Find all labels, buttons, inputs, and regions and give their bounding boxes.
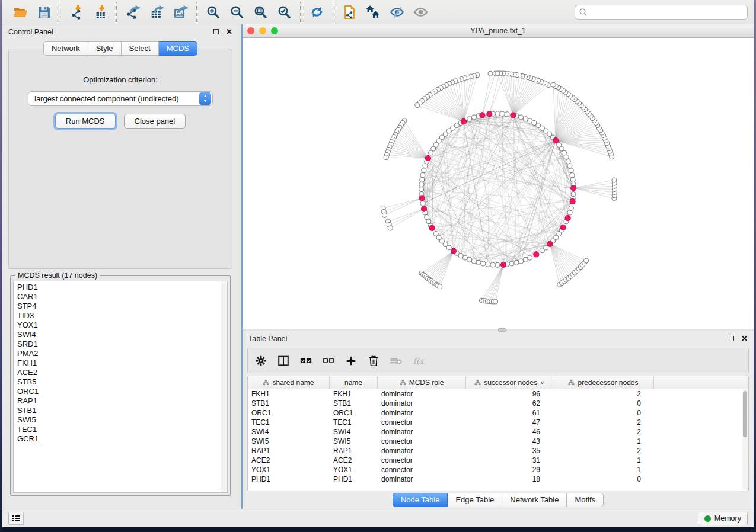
zoom-out-button[interactable]: [225, 2, 248, 22]
show-all-button[interactable]: [409, 2, 432, 22]
import-table-button[interactable]: [88, 2, 112, 22]
table-cell[interactable]: ACE2: [248, 456, 330, 464]
table-cell[interactable]: ORC1: [330, 409, 378, 417]
table-scrollbar-thumb[interactable]: [743, 391, 747, 437]
table-cell[interactable]: RAP1: [330, 447, 378, 455]
table-row[interactable]: RAP1RAP1dominator352: [248, 446, 748, 456]
float-panel-icon[interactable]: [213, 29, 219, 34]
table-cell[interactable]: 43: [466, 437, 553, 446]
splitter-grip[interactable]: [498, 328, 506, 332]
table-cell[interactable]: STB1: [330, 399, 378, 408]
export-image-button[interactable]: [168, 2, 192, 22]
table-cell[interactable]: TEC1: [248, 418, 330, 427]
mcds-list-scrollbar[interactable]: [221, 281, 227, 492]
mcds-result-item[interactable]: TEC1: [17, 425, 221, 434]
search-input[interactable]: [588, 6, 744, 18]
float-table-panel-icon[interactable]: [729, 336, 734, 341]
open-file-button[interactable]: [8, 2, 32, 22]
table-cell[interactable]: YOX1: [248, 466, 330, 474]
table-cell[interactable]: 1: [553, 466, 654, 474]
settings-button[interactable]: [251, 351, 270, 370]
column-header-MCDS-role[interactable]: MCDS role: [378, 376, 466, 389]
close-panel-icon[interactable]: ✕: [226, 28, 232, 36]
column-header-successor-nodes[interactable]: successor nodes∨: [466, 376, 553, 389]
import-network-button[interactable]: [65, 2, 88, 22]
table-row[interactable]: PHD1PHD1dominator180: [248, 475, 748, 484]
table-cell[interactable]: dominator: [378, 399, 466, 408]
table-cell[interactable]: 2: [553, 390, 654, 398]
deselect-all-button[interactable]: [319, 351, 338, 370]
export-table-button[interactable]: [145, 2, 168, 22]
table-cell[interactable]: connector: [378, 466, 466, 474]
table-cell[interactable]: 96: [466, 390, 553, 398]
new-network-from-selection-button[interactable]: [337, 2, 361, 22]
table-row[interactable]: TEC1TEC1connector472: [248, 418, 748, 427]
column-header-name[interactable]: name: [330, 376, 378, 389]
table-cell[interactable]: FKH1: [330, 390, 378, 398]
tab-network-table[interactable]: Network Table: [502, 493, 567, 507]
mcds-result-item[interactable]: STP4: [17, 302, 221, 311]
table-row[interactable]: ORC1ORC1dominator610: [248, 408, 748, 418]
table-cell[interactable]: 46: [466, 428, 553, 436]
export-network-button[interactable]: [121, 2, 145, 22]
table-cell[interactable]: connector: [378, 456, 466, 464]
network-window-titlebar[interactable]: YPA_prune.txt_1: [243, 24, 754, 38]
column-layout-button[interactable]: [274, 351, 293, 370]
tab-select[interactable]: Select: [122, 41, 159, 56]
vertical-splitter[interactable]: [238, 24, 243, 509]
table-cell[interactable]: RAP1: [248, 447, 330, 455]
table-row[interactable]: YOX1YOX1connector291: [248, 465, 748, 475]
table-cell[interactable]: 1: [553, 456, 654, 464]
tab-edge-table[interactable]: Edge Table: [448, 493, 502, 507]
table-row[interactable]: SWI4SWI4dominator462: [248, 427, 748, 437]
mcds-result-item[interactable]: PMA2: [17, 349, 221, 358]
column-header-predecessor-nodes[interactable]: predecessor nodes: [553, 376, 654, 389]
first-neighbors-button[interactable]: [361, 2, 385, 22]
table-cell[interactable]: 35: [466, 447, 553, 455]
table-row[interactable]: STB1STB1dominator620: [248, 399, 748, 408]
save-session-button[interactable]: [32, 2, 56, 22]
table-cell[interactable]: 0: [553, 475, 654, 483]
mcds-result-item[interactable]: STB5: [17, 377, 221, 387]
table-cell[interactable]: FKH1: [248, 390, 330, 398]
tab-network[interactable]: Network: [43, 41, 88, 56]
table-cell[interactable]: connector: [378, 437, 466, 446]
table-cell[interactable]: 47: [466, 418, 553, 427]
table-cell[interactable]: 18: [466, 475, 553, 483]
network-graph[interactable]: [243, 38, 754, 329]
table-cell[interactable]: PHD1: [330, 475, 378, 483]
mcds-result-item[interactable]: ACE2: [17, 368, 221, 377]
hide-selected-button[interactable]: [385, 2, 409, 22]
memory-button[interactable]: Memory: [698, 512, 748, 525]
table-cell[interactable]: PHD1: [248, 475, 330, 483]
table-cell[interactable]: SWI5: [248, 437, 330, 446]
run-mcds-button[interactable]: Run MCDS: [55, 114, 116, 129]
mcds-result-item[interactable]: PHD1: [17, 283, 221, 292]
table-cell[interactable]: 31: [466, 456, 553, 464]
table-cell[interactable]: 1: [553, 437, 654, 446]
close-panel-button[interactable]: Close panel: [124, 114, 186, 129]
zoom-fit-button[interactable]: [248, 2, 272, 22]
criterion-select[interactable]: largest connected component (undirected)…: [28, 91, 213, 106]
table-cell[interactable]: 2: [553, 418, 654, 427]
table-cell[interactable]: YOX1: [330, 466, 378, 474]
table-cell[interactable]: SWI4: [330, 428, 378, 436]
search-box[interactable]: [575, 5, 748, 20]
mcds-result-item[interactable]: SWI5: [17, 415, 221, 425]
table-cell[interactable]: dominator: [378, 475, 466, 483]
table-cell[interactable]: ACE2: [330, 456, 378, 464]
task-history-button[interactable]: [8, 512, 24, 525]
table-cell[interactable]: 2: [553, 428, 654, 436]
table-cell[interactable]: connector: [378, 418, 466, 427]
zoom-in-button[interactable]: [201, 2, 225, 22]
tab-motifs[interactable]: Motifs: [567, 493, 604, 507]
table-cell[interactable]: 62: [466, 399, 553, 408]
table-cell[interactable]: dominator: [378, 409, 466, 417]
table-cell[interactable]: 2: [553, 447, 654, 455]
table-cell[interactable]: 29: [466, 466, 553, 474]
add-column-button[interactable]: [342, 351, 361, 370]
horizontal-splitter[interactable]: [243, 329, 754, 331]
network-canvas[interactable]: [243, 38, 754, 329]
table-row[interactable]: SWI5SWI5connector431: [248, 437, 748, 446]
table-cell[interactable]: TEC1: [330, 418, 378, 427]
